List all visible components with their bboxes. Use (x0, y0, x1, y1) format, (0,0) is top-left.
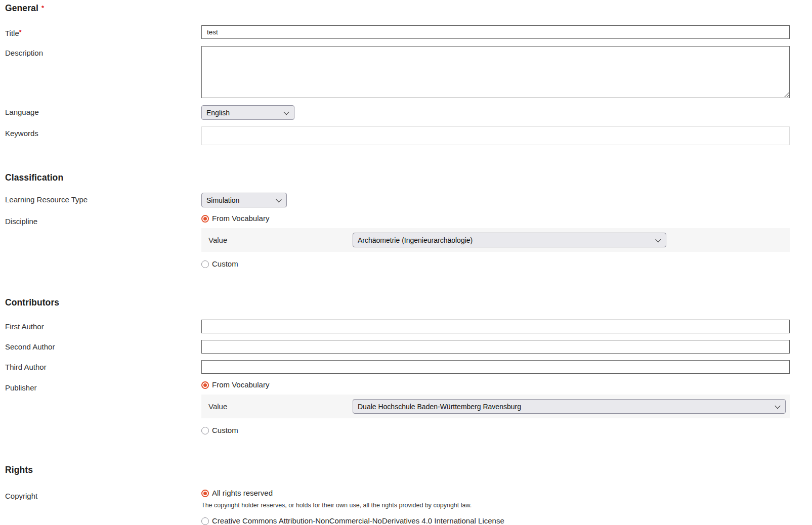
publisher-value-select[interactable]: Duale Hochschule Baden-Württemberg Raven… (353, 399, 786, 414)
language-select[interactable]: English (201, 105, 294, 120)
publisher-value-label: Value (208, 402, 353, 411)
first-author-row: First Author (5, 320, 790, 333)
language-label: Language (5, 105, 201, 117)
keywords-row: Keywords (5, 126, 790, 145)
discipline-value-select-wrap: Archäometrie (Ingenieurarchäologie) (353, 233, 666, 247)
title-label: Title* (5, 25, 201, 38)
discipline-label: Discipline (5, 214, 201, 226)
copyright-all-rights-label: All rights reserved (212, 489, 273, 497)
discipline-row: Discipline From Vocabulary Value Archäom… (5, 214, 790, 268)
publisher-custom-radio[interactable]: Custom (201, 426, 790, 434)
second-author-row: Second Author (5, 340, 790, 354)
discipline-value-row: Value Archäometrie (Ingenieurarchäologie… (201, 228, 790, 252)
section-heading-general-text: General (5, 3, 38, 13)
learning-resource-type-row: Learning Resource Type Simulation (5, 193, 790, 207)
discipline-from-vocabulary-radio[interactable]: From Vocabulary (201, 214, 790, 223)
title-row: Title* (5, 25, 790, 39)
discipline-custom-label: Custom (212, 260, 238, 268)
publisher-value-row: Value Duale Hochschule Baden-Württemberg… (201, 395, 790, 418)
publisher-label: Publisher (5, 381, 201, 392)
second-author-input[interactable] (201, 340, 790, 354)
copyright-cc-license-label: Creative Commons Attribution-NonCommerci… (212, 517, 504, 525)
radio-unselected-icon (201, 427, 209, 434)
copyright-all-rights-description: The copyright holder reserves, or holds … (201, 502, 790, 509)
second-author-label: Second Author (5, 340, 201, 352)
section-heading-rights: Rights (5, 464, 790, 476)
first-author-input[interactable] (201, 320, 790, 333)
radio-selected-icon (201, 215, 209, 223)
description-row: Description (5, 46, 790, 98)
keywords-input[interactable] (201, 126, 790, 145)
discipline-custom-radio[interactable]: Custom (201, 260, 790, 268)
learning-resource-type-select-wrap: Simulation (201, 193, 287, 207)
third-author-row: Third Author (5, 360, 790, 374)
discipline-value-label: Value (208, 236, 353, 244)
description-textarea[interactable] (201, 46, 790, 98)
third-author-input[interactable] (201, 360, 790, 374)
first-author-label: First Author (5, 320, 201, 331)
third-author-label: Third Author (5, 360, 201, 372)
learning-resource-type-label: Learning Resource Type (5, 193, 201, 204)
publisher-value-select-wrap: Duale Hochschule Baden-Württemberg Raven… (353, 399, 786, 414)
section-heading-contributors: Contributors (5, 296, 790, 309)
radio-selected-icon (201, 381, 209, 389)
copyright-cc-license-radio[interactable]: Creative Commons Attribution-NonCommerci… (201, 517, 790, 525)
discipline-from-vocabulary-label: From Vocabulary (212, 214, 269, 223)
radio-unselected-icon (201, 260, 209, 268)
description-label: Description (5, 46, 201, 58)
publisher-row: Publisher From Vocabulary Value Duale Ho… (5, 381, 790, 434)
copyright-label: Copyright (5, 489, 201, 501)
learning-resource-type-select[interactable]: Simulation (201, 193, 287, 207)
publisher-from-vocabulary-radio[interactable]: From Vocabulary (201, 381, 790, 389)
required-mark: * (19, 29, 22, 36)
required-mark: * (41, 4, 44, 12)
section-heading-general: General* (5, 2, 790, 14)
title-input[interactable] (201, 25, 790, 39)
radio-selected-icon (201, 490, 209, 497)
language-row: Language English (5, 105, 790, 120)
copyright-all-rights-radio[interactable]: All rights reserved (201, 489, 790, 497)
keywords-label: Keywords (5, 126, 201, 138)
radio-unselected-icon (201, 517, 209, 525)
section-heading-classification: Classification (5, 171, 790, 184)
publisher-custom-label: Custom (212, 426, 238, 434)
language-select-wrap: English (201, 105, 294, 120)
discipline-value-select[interactable]: Archäometrie (Ingenieurarchäologie) (353, 233, 666, 247)
copyright-row: Copyright All rights reserved The copyri… (5, 489, 790, 525)
publisher-from-vocabulary-label: From Vocabulary (212, 381, 269, 389)
